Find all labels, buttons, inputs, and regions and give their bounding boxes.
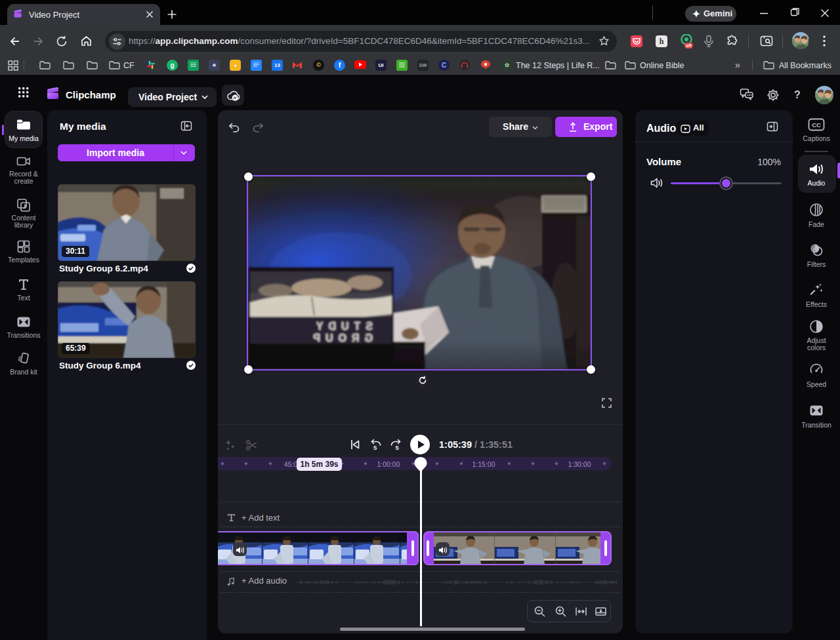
- svg-text:?: ?: [794, 89, 801, 100]
- svg-text:5: 5: [396, 444, 400, 451]
- svg-text:5: 5: [373, 444, 377, 451]
- svg-text:CC: CC: [812, 121, 821, 129]
- svg-text:off: off: [686, 43, 692, 48]
